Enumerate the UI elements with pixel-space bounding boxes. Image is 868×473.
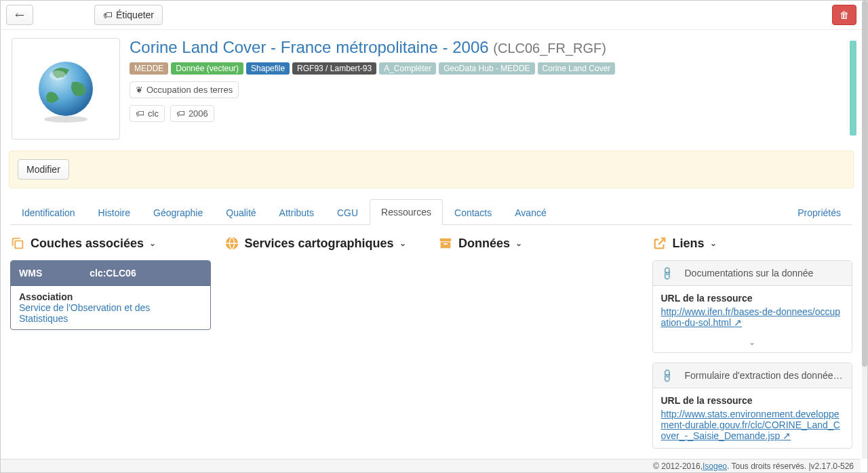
open-icon: ↗ [783,430,791,441]
badges-row: MEDDEDonnée (vecteur)ShapefileRGF93 / La… [130,62,840,75]
badge[interactable]: MEDDE [130,62,168,75]
layer-type: WMS [19,268,42,279]
tab-qualite[interactable]: Qualité [214,200,267,225]
tab-attributs[interactable]: Attributs [268,200,326,225]
theme-label: Occupation des terres [146,85,233,95]
badge[interactable]: Corine Land Cover [538,62,616,75]
tab-identification[interactable]: Identification [10,200,87,225]
tab-histoire[interactable]: Histoire [87,200,142,225]
chevron-down-icon: ⌄ [515,239,522,248]
link1-url[interactable]: http://www.ifen.fr/bases-de-donnees/occu… [661,306,841,328]
badge[interactable]: RGF93 / Lambert-93 [292,62,376,75]
link1-title: Documentations sur la donnée [685,268,814,279]
title-code: (CLC06_FR_RGF) [493,41,606,56]
archive-icon [438,236,453,251]
layer-name: clc:CLC06 [90,268,136,279]
tag-icon: 🏷 [136,108,144,119]
link1-url-label: URL de la ressource [661,293,844,304]
theme-badge[interactable]: ❦ Occupation des terres [130,81,239,98]
section-couches-label: Couches associées [31,236,144,251]
modify-button[interactable]: Modifier [18,159,69,180]
section-couches[interactable]: Couches associées ⌄ [10,236,211,251]
footer: © 2012-2016, Isogeo . Tous droits réserv… [1,459,861,472]
scrollbar-thumb[interactable] [862,1,867,367]
badge[interactable]: A_Compléter [379,62,436,75]
thumbnail [12,38,120,140]
link2-title: Formulaire d'extraction des données d... [685,370,844,381]
tag-label: 2006 [189,108,208,119]
svg-rect-3 [15,241,22,248]
tab-proprietes[interactable]: Propriétés [786,200,852,225]
link2-url[interactable]: http://www.stats.environnement.developpe… [661,409,840,441]
scrollbar[interactable] [862,1,867,459]
tag-button-label: Étiqueter [116,9,154,20]
tag-label: clc [148,108,159,119]
badge[interactable]: Shapefile [246,62,290,75]
external-link-icon [652,236,667,251]
page-title: Corine Land Cover - France métropolitain… [130,38,840,57]
badge[interactable]: Donnée (vecteur) [171,62,243,75]
svg-rect-5 [440,239,452,242]
tab-cgu[interactable]: CGU [326,200,370,225]
section-liens-label: Liens [673,236,705,251]
back-button[interactable]: 🡐 [6,5,33,25]
tab-geographie[interactable]: Géographie [142,200,214,225]
link-icon: 🔗 [658,367,674,383]
status-strip [850,41,856,136]
title-main: Corine Land Cover - France métropolitain… [130,38,489,56]
svg-rect-6 [441,242,451,248]
globe-icon [32,55,100,123]
section-donnees[interactable]: Données ⌄ [438,236,639,251]
badge[interactable]: GeoData Hub - MEDDE [439,62,534,75]
section-liens[interactable]: Liens ⌄ [652,236,853,251]
section-services[interactable]: Services cartographiques ⌄ [224,236,425,251]
tag-icon: 🏷 [176,108,185,119]
tab-ressources[interactable]: Ressources [370,199,443,225]
main-scroll[interactable]: 🡐 🏷 Étiqueter 🗑 [1,1,862,459]
section-donnees-label: Données [458,236,510,251]
tabs: Identification Histoire Géographie Quali… [10,199,852,225]
link-icon: 🔗 [658,265,674,281]
open-icon: ↗ [734,317,742,328]
section-services-label: Services cartographiques [245,236,394,251]
expand-link1[interactable]: ⌄ [653,335,852,352]
tag-badge[interactable]: 🏷2006 [170,105,214,122]
tag-button[interactable]: 🏷 Étiqueter [94,5,163,25]
leaf-icon: ❦ [136,85,143,95]
svg-point-0 [44,116,87,123]
layer-card[interactable]: WMS clc:CLC06 Association Service de l'O… [10,260,211,330]
tag-icon: 🏷 [103,9,113,20]
assoc-link[interactable]: Service de l'Observation et des Statisti… [19,302,150,324]
svg-point-2 [50,70,66,80]
chevron-down-icon: ⌄ [710,239,717,248]
alert-box: Modifier [9,150,854,188]
footer-brand-link[interactable]: Isogeo [703,461,727,471]
tags-row: 🏷clc🏷2006 [130,105,840,122]
assoc-label: Association [19,291,202,302]
tag-badge[interactable]: 🏷clc [130,105,165,122]
modify-label: Modifier [26,164,60,175]
link2-url-label: URL de la ressource [661,395,844,406]
link-card-2[interactable]: 🔗 Formulaire d'extraction des données d.… [652,363,853,449]
chevron-down-icon: ⌄ [149,239,156,248]
tab-avance[interactable]: Avancé [503,200,557,225]
world-icon [224,236,239,251]
link-card-1[interactable]: 🔗 Documentations sur la donnée URL de la… [652,260,853,353]
topbar: 🡐 🏷 Étiqueter 🗑 [1,1,862,30]
trash-icon: 🗑 [840,9,849,20]
copy-icon [10,236,25,251]
chevron-down-icon: ⌄ [399,239,406,248]
arrow-left-icon: 🡐 [15,9,24,20]
svg-rect-7 [443,243,448,245]
delete-button[interactable]: 🗑 [832,5,856,25]
footer-rights: . Tous droits réservés. | [727,461,811,471]
tab-contacts[interactable]: Contacts [443,200,503,225]
footer-version: v2.17.0-526 [811,461,854,471]
footer-copyright: © 2012-2016, [653,461,703,471]
